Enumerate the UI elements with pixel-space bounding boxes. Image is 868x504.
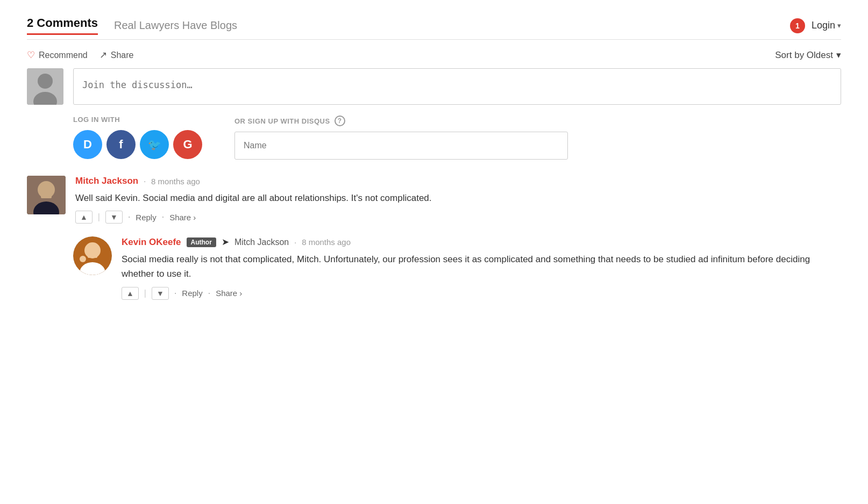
upvote-button[interactable]: ▲ (75, 211, 93, 224)
disqus-icon: D (83, 138, 92, 152)
comments-count: 2 Comments (27, 16, 98, 35)
reply-comment-item: Kevin OKeefe Author ➤ Mitch Jackson · 8 … (73, 236, 841, 299)
reply-reply-button[interactable]: Reply (182, 289, 202, 298)
svg-rect-10 (88, 253, 97, 258)
login-button[interactable]: Login ▾ (812, 20, 841, 31)
header-left: 2 Comments Real Lawyers Have Blogs (27, 16, 237, 35)
comment-avatar (27, 176, 66, 214)
share-action-button[interactable]: Share › (169, 213, 196, 222)
google-login-button[interactable]: G (173, 130, 202, 159)
login-label: Login (812, 20, 835, 31)
recommend-label: Recommend (39, 51, 88, 60)
discussion-input[interactable] (73, 68, 841, 105)
log-in-with-section: LOG IN WITH D f 🐦 G (73, 116, 202, 159)
sort-arrow: ▾ (836, 49, 841, 61)
reply-comment-time: 8 months ago (302, 237, 351, 247)
reply-comment-actions: ▲ | ▼ · Reply · Share › (122, 287, 841, 300)
comment-item: Mitch Jackson · 8 months ago Well said K… (27, 176, 841, 224)
notification-badge[interactable]: 1 (790, 18, 805, 33)
comments-header: 2 Comments Real Lawyers Have Blogs 1 Log… (27, 16, 841, 40)
reply-avatar (73, 236, 112, 275)
comment-time: 8 months ago (151, 177, 200, 186)
comment-input-area (27, 68, 841, 105)
question-mark: ? (338, 117, 342, 125)
reply-comment-text: Social media really is not that complica… (122, 252, 841, 281)
facebook-icon: f (119, 138, 123, 152)
twitter-login-button[interactable]: 🐦 (140, 130, 169, 159)
log-in-label: LOG IN WITH (73, 116, 202, 124)
login-dropdown-arrow: ▾ (837, 21, 841, 30)
signup-label: OR SIGN UP WITH DISQUS ? (234, 116, 568, 126)
comment-text: Well said Kevin. Social media and digita… (75, 191, 841, 205)
reply-upvote-button[interactable]: ▲ (122, 287, 139, 300)
comment-author[interactable]: Mitch Jackson (75, 176, 138, 186)
reply-comment-meta: Kevin OKeefe Author ➤ Mitch Jackson · 8 … (122, 236, 841, 248)
auth-area: LOG IN WITH D f 🐦 G OR SIGN UP WITH DISQ… (73, 116, 841, 160)
header-right: 1 Login ▾ (790, 18, 841, 33)
name-input[interactable] (234, 132, 568, 160)
social-icons: D f 🐦 G (73, 130, 202, 159)
comment-actions: ▲ | ▼ · Reply · Share › (75, 211, 841, 224)
svg-rect-6 (41, 192, 52, 198)
comment-meta: Mitch Jackson · 8 months ago (75, 176, 841, 186)
signup-section: OR SIGN UP WITH DISQUS ? (234, 116, 568, 160)
reply-to-name: Mitch Jackson (234, 237, 289, 247)
disqus-login-button[interactable]: D (73, 130, 102, 159)
reply-comment-body: Kevin OKeefe Author ➤ Mitch Jackson · 8 … (122, 236, 841, 299)
reply-to-arrow-icon: ➤ (222, 236, 229, 248)
author-badge: Author (187, 237, 216, 247)
twitter-icon: 🐦 (148, 138, 161, 151)
reply-author[interactable]: Kevin OKeefe (122, 237, 181, 248)
toolbar: ♡ Recommend ↗ Share Sort by Oldest ▾ (27, 40, 841, 68)
help-icon[interactable]: ? (335, 116, 345, 126)
reply-button[interactable]: Reply (136, 213, 156, 222)
share-label: Share (111, 51, 134, 60)
reply-share-button[interactable]: Share › (216, 289, 242, 298)
google-icon: G (183, 138, 192, 152)
comments-list: Mitch Jackson · 8 months ago Well said K… (27, 176, 841, 300)
reply-downvote-button[interactable]: ▼ (152, 287, 169, 300)
recommend-button[interactable]: ♡ Recommend (27, 49, 88, 61)
svg-point-11 (80, 256, 86, 262)
signup-label-text: OR SIGN UP WITH DISQUS (234, 117, 330, 125)
avatar (27, 176, 66, 214)
sort-label: Sort by Oldest (775, 50, 833, 61)
toolbar-left: ♡ Recommend ↗ Share (27, 49, 133, 61)
sort-button[interactable]: Sort by Oldest ▾ (775, 49, 841, 61)
user-avatar-placeholder (27, 68, 63, 105)
share-icon: ↗ (99, 49, 107, 61)
downvote-button[interactable]: ▼ (105, 211, 123, 224)
share-button[interactable]: ↗ Share (99, 49, 134, 61)
svg-point-1 (38, 74, 53, 89)
heart-icon: ♡ (27, 49, 35, 61)
comment-body: Mitch Jackson · 8 months ago Well said K… (75, 176, 841, 224)
facebook-login-button[interactable]: f (106, 130, 136, 159)
site-name: Real Lawyers Have Blogs (114, 19, 237, 32)
